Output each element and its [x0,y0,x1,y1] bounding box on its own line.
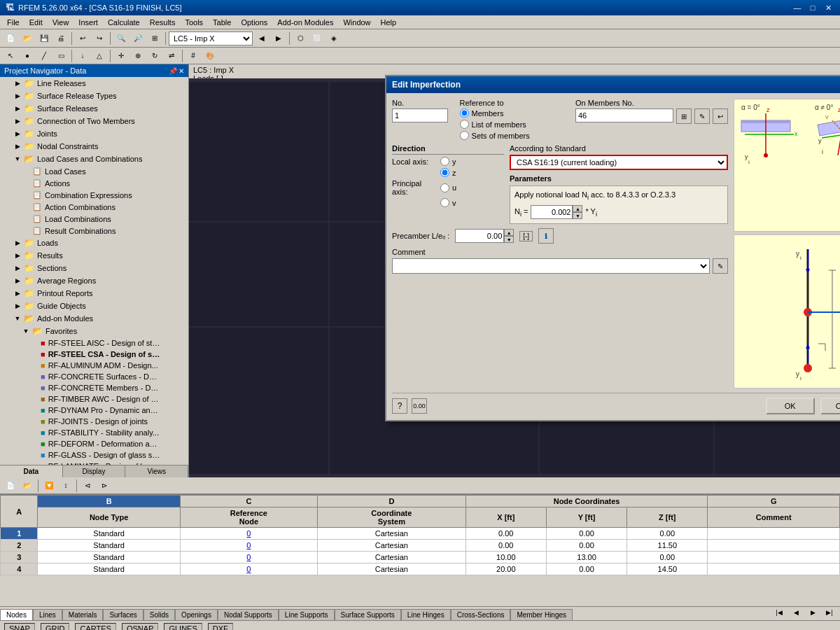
tree-item-nodal-constraints[interactable]: ▶ 📁 Nodal Constraints [0,140,188,153]
status-snap[interactable]: SNAP [4,623,35,631]
nav-tab-line-hinges[interactable]: Line Hinges [401,609,451,620]
status-osnap[interactable]: OSNAP [122,623,159,631]
standard-dropdown[interactable]: CSA S16:19 (current loading) [510,155,728,170]
table-nav-first[interactable]: |◀ [771,606,787,620]
tree-item-load-cases-sub[interactable]: 📋 Load Cases [0,165,188,177]
tb2-load[interactable]: ↓ [75,48,90,64]
tb-view3d[interactable]: ⬡ [293,31,308,46]
tree-item-load-combinations[interactable]: 📋 Load Combinations [0,213,188,225]
tree-item-action-combinations[interactable]: 📋 Action Combinations [0,201,188,213]
tree-item-guide-objects[interactable]: ▶ 📁 Guide Objects [0,300,188,312]
menu-addon[interactable]: Add-on Modules [273,17,337,28]
precamber-input[interactable] [455,229,504,243]
status-dxf[interactable]: DXF [208,623,233,631]
sidebar-close[interactable]: ✕ [178,67,184,75]
tb-open[interactable]: 📂 [20,31,35,46]
tb-zoom-in[interactable]: 🔍 [113,31,129,46]
radio-members[interactable]: Members [460,108,570,118]
precamber-spinners[interactable]: ▲ ▼ [504,229,514,243]
precamber-info-btn[interactable]: ℹ [538,228,554,244]
precamber-spin-up[interactable]: ▲ [504,229,514,236]
comment-dropdown[interactable] [392,258,710,274]
table-nav-last[interactable]: ▶| [822,606,837,620]
menu-insert[interactable]: Insert [74,17,102,28]
tree-item-rf-dynam[interactable]: ■ RF-DYNAM Pro - Dynamic ana... [0,405,188,416]
tree-item-rf-concrete-members[interactable]: ■ RF-CONCRETE Members - Des... [0,382,188,393]
no-input[interactable] [392,108,448,122]
tb2-select[interactable]: ↖ [3,48,18,64]
sidebar-tab-display[interactable]: Display [63,465,126,477]
tb2-color[interactable]: 🎨 [202,48,218,64]
nav-tab-lines[interactable]: Lines [33,609,62,620]
table-nav-prev[interactable]: ◀ [788,606,804,620]
radio-z[interactable]: z [440,168,456,177]
tb2-mirror[interactable]: ⇌ [164,48,179,64]
status-cartes[interactable]: CARTES [75,623,115,631]
status-glines[interactable]: GLINES [164,623,202,631]
sidebar-tab-data[interactable]: Data [0,465,63,477]
tree-item-line-releases[interactable]: ▶ 📁 Line Releases [0,77,188,90]
tb-next[interactable]: ▶ [271,31,286,46]
nav-tab-surface-supports[interactable]: Surface Supports [335,609,401,620]
tree-item-addon-modules[interactable]: ▼ 📂 Add-on Modules [0,312,188,325]
menu-table[interactable]: Table [209,17,235,28]
tb-viewxy[interactable]: ⬜ [309,31,325,46]
tree-item-result-combinations[interactable]: 📋 Result Combinations [0,225,188,237]
comment-edit-btn[interactable]: ✎ [713,258,728,274]
members-edit-btn[interactable]: ✎ [694,108,710,124]
tb2-rotate[interactable]: ↻ [147,48,162,64]
cancel-button[interactable]: Cancel [820,398,840,414]
tree-item-rf-joints[interactable]: ■ RF-JOINTS - Design of joints [0,416,188,427]
tb2-copy[interactable]: ⊕ [130,48,146,64]
menu-view[interactable]: View [48,17,74,28]
tree-item-surface-release-types[interactable]: ▶ 📁 Surface Release Types [0,90,188,102]
radio-u[interactable]: u [440,183,456,192]
menu-results[interactable]: Results [146,17,180,28]
title-bar-controls[interactable]: — □ ✕ [791,2,834,13]
ni-spin-up[interactable]: ▲ [573,205,582,212]
menu-calculate[interactable]: Calculate [104,17,144,28]
nav-tab-member-hinges[interactable]: Member Hinges [510,609,573,620]
tb-save[interactable]: 💾 [36,31,52,46]
nav-tab-openings[interactable]: Openings [175,609,218,620]
maximize-button[interactable]: □ [806,2,819,13]
tree-item-rf-steel-aisc[interactable]: ■ RF-STEEL AISC - Design of stee... [0,337,188,349]
reset-btn[interactable]: 0.00 [412,398,427,414]
nav-tab-nodes[interactable]: Nodes [0,609,33,620]
tb2-surface[interactable]: ▭ [53,48,69,64]
ni-value-input[interactable] [531,205,573,219]
tree-item-rf-stability[interactable]: ■ RF-STABILITY - Stability analy... [0,427,188,438]
ni-spinners[interactable]: ▲ ▼ [573,205,582,219]
tree-item-average-regions[interactable]: ▶ 📁 Average Regions [0,274,188,287]
tree-item-surface-releases[interactable]: ▶ 📁 Surface Releases [0,102,188,115]
table-tb-new[interactable]: 📄 [3,478,18,493]
tree-item-actions[interactable]: 📋 Actions [0,177,188,189]
tb-prev[interactable]: ◀ [254,31,270,46]
menu-file[interactable]: File [3,17,24,28]
table-tb-left[interactable]: ⊲ [80,478,95,493]
tree-item-rf-glass[interactable]: ■ RF-GLASS - Design of glass su... [0,449,188,461]
radio-v[interactable]: v [440,198,456,207]
tb2-numbering[interactable]: # [186,48,201,64]
help-btn[interactable]: ? [392,398,407,414]
tb2-line[interactable]: ╱ [36,48,52,64]
load-case-combo[interactable]: LC5 - Imp X [169,31,253,46]
tree-item-load-cases[interactable]: ▼ 📂 Load Cases and Combinations [0,153,188,165]
tb-print[interactable]: 🖨 [53,31,69,46]
precamber-bracket-btn[interactable]: [-] [519,231,533,241]
table-nav-next[interactable]: ▶ [805,606,820,620]
nav-tab-solids[interactable]: Solids [144,609,175,620]
table-tb-filter[interactable]: 🔽 [41,478,57,493]
sidebar-pin[interactable]: 📌 [169,67,177,75]
tree-item-joints[interactable]: ▶ 📁 Joints [0,127,188,140]
radio-list-members[interactable]: List of members [460,120,570,129]
radio-y[interactable]: y [440,157,456,166]
tb2-move[interactable]: ✛ [113,48,129,64]
nav-tab-materials[interactable]: Materials [62,609,104,620]
members-select-btn[interactable]: ⊞ [676,108,692,124]
tree-item-rf-deform[interactable]: ■ RF-DEFORM - Deformation an... [0,438,188,449]
sidebar-tab-views[interactable]: Views [125,465,188,477]
tb-zoom-out[interactable]: 🔎 [130,31,146,46]
tb-render[interactable]: ◈ [326,31,342,46]
tb-redo[interactable]: ↪ [92,31,107,46]
